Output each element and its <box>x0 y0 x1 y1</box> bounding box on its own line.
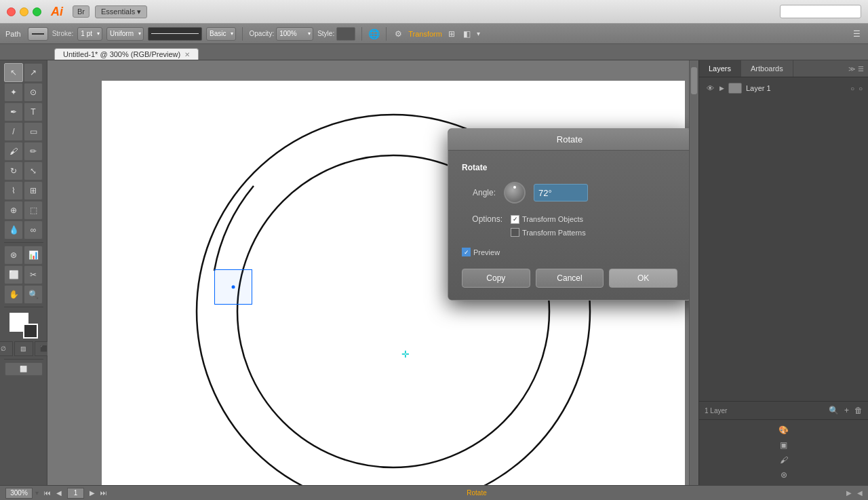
panel-collapse-icon[interactable]: ☰ <box>858 65 864 73</box>
pencil-tool[interactable]: ✏ <box>24 142 43 161</box>
transform-objects-option[interactable]: Transform Objects <box>511 215 583 224</box>
layer-item[interactable]: 👁 ▶ Layer 1 ○ ○ <box>699 80 868 96</box>
document-tab[interactable]: Untitled-1* @ 300% (RGB/Preview) ✕ <box>54 48 199 60</box>
layer-count: 1 Layer <box>705 407 727 415</box>
swatches-icon[interactable]: ▣ <box>780 440 787 450</box>
bridge-button[interactable]: Br <box>73 5 90 18</box>
panel-toggle-icon[interactable]: ☰ <box>851 28 863 39</box>
page-input[interactable] <box>67 488 84 499</box>
copy-button[interactable]: Copy <box>462 269 530 288</box>
traffic-lights <box>7 7 41 16</box>
layer-visibility-icon[interactable]: 👁 <box>705 84 715 92</box>
angle-input[interactable] <box>534 184 588 201</box>
status-bar: ▾ ⏮ ◀ ▶ ⏭ Rotate ▶ ◀ <box>0 485 868 500</box>
workspace-switcher[interactable]: Essentials ▾ <box>95 5 147 18</box>
vertical-scrollbar[interactable] <box>689 60 698 485</box>
opacity-dropdown[interactable]: 100% ▾ <box>276 27 313 41</box>
nav-arrows[interactable]: ◀ <box>857 489 863 497</box>
align-icon[interactable]: ⊞ <box>446 28 457 39</box>
color-guide-icon[interactable]: 🎨 <box>778 425 789 435</box>
screen-mode-btn[interactable]: ⬜ <box>5 362 43 376</box>
ok-button[interactable]: OK <box>609 269 677 288</box>
rotate-tool[interactable]: ↻ <box>4 161 23 180</box>
stroke-color-swatch[interactable] <box>23 324 38 339</box>
canvas-area[interactable]: ✛ Rotate Rotate Angle: Options: <box>47 60 698 500</box>
layers-tab[interactable]: Layers <box>699 60 741 77</box>
fill-stroke-pair[interactable] <box>9 313 38 339</box>
layer-expand-arrow[interactable]: ▶ <box>719 85 724 92</box>
transform-patterns-checkbox[interactable] <box>511 228 519 237</box>
globe-icon[interactable]: 🌐 <box>368 28 380 39</box>
first-page-btn[interactable]: ⏮ <box>44 489 51 497</box>
paintbrush-tool[interactable]: 🖌 <box>4 142 23 161</box>
rotate-dialog[interactable]: Rotate Rotate Angle: Options: Transform <box>448 128 692 301</box>
none-btn[interactable]: ∅ <box>0 341 13 356</box>
cancel-button[interactable]: Cancel <box>536 269 604 288</box>
checkbox-group-2: Transform Patterns <box>511 228 586 237</box>
more-icon[interactable]: ▾ <box>477 30 480 37</box>
perspective-tool[interactable]: ⬚ <box>24 201 43 220</box>
prev-page-btn[interactable]: ◀ <box>56 489 62 497</box>
tab-close-button[interactable]: ✕ <box>184 51 190 58</box>
direct-select-tool[interactable]: ↗ <box>24 63 43 82</box>
layer-lock-icon[interactable]: ○ <box>850 85 854 92</box>
artboard-tool[interactable]: ⬜ <box>4 265 23 284</box>
search-layers-icon[interactable]: 🔍 <box>829 406 839 415</box>
select-tool[interactable]: ↖ <box>4 63 23 82</box>
shape-builder-tool[interactable]: ⊕ <box>4 201 23 220</box>
next-page-btn[interactable]: ▶ <box>90 489 95 497</box>
rect-tool[interactable]: ▭ <box>24 122 43 141</box>
pen-tool[interactable]: ✒ <box>4 102 23 121</box>
blend-tool[interactable]: ∞ <box>24 220 43 239</box>
transform-button[interactable]: Transform <box>408 30 442 38</box>
column-graph-tool[interactable]: 📊 <box>24 246 43 265</box>
dialog-section: Rotate <box>462 163 677 172</box>
transform-objects-checkbox[interactable] <box>511 215 519 224</box>
brushes-icon[interactable]: 🖌 <box>780 455 788 465</box>
stroke-type-dropdown[interactable]: Uniform ▾ <box>106 27 144 41</box>
pathfinder-icon[interactable]: ◧ <box>461 28 473 39</box>
dialog-buttons: Copy Cancel OK <box>462 269 677 288</box>
stroke-color[interactable] <box>28 27 48 41</box>
hand-tool[interactable]: ✋ <box>4 285 23 304</box>
minimize-button[interactable] <box>20 7 28 16</box>
magic-wand-tool[interactable]: ✦ <box>4 83 23 102</box>
layer-name: Layer 1 <box>746 84 846 92</box>
title-bar: Ai Br Essentials ▾ <box>0 0 868 24</box>
artboards-tab[interactable]: Artboards <box>741 60 793 77</box>
symbol-tool[interactable]: ⊛ <box>4 246 23 265</box>
symbols-icon[interactable]: ⊛ <box>781 470 787 480</box>
eyedropper-tool[interactable]: 💧 <box>4 220 23 239</box>
last-page-btn[interactable]: ⏭ <box>100 489 107 497</box>
settings-icon[interactable]: ⚙ <box>393 28 404 39</box>
main-toolbar: Path Stroke: 1 pt ▾ Uniform ▾ Basic ▾ Op… <box>0 24 868 44</box>
stroke-value-dropdown[interactable]: 1 pt ▾ <box>77 27 102 41</box>
main-layout: ↖ ↗ ✦ ⊙ ✒ T / ▭ 🖌 ✏ ↻ ⤡ ⌇ ⊞ ⊕ ⬚ <box>0 60 868 500</box>
transform-patterns-label: Transform Patterns <box>522 229 586 237</box>
stroke-style-dropdown[interactable]: Basic ▾ <box>206 27 236 41</box>
text-tool[interactable]: T <box>24 102 43 121</box>
search-input[interactable] <box>780 5 861 18</box>
scrollbar-thumb[interactable] <box>691 67 697 94</box>
lasso-tool[interactable]: ⊙ <box>24 83 43 102</box>
add-layer-icon[interactable]: + <box>844 406 849 415</box>
zoom-input[interactable] <box>5 488 33 499</box>
preview-option[interactable]: Preview <box>462 248 500 256</box>
angle-dial[interactable] <box>504 182 526 204</box>
gradient-btn[interactable]: ▨ <box>14 341 33 356</box>
scale-tool[interactable]: ⤡ <box>24 161 43 180</box>
free-transform-tool[interactable]: ⊞ <box>24 181 43 200</box>
preview-checkbox[interactable] <box>462 248 471 256</box>
options-row: Options: Transform Objects <box>462 214 677 224</box>
zoom-tool[interactable]: 🔍 <box>24 285 43 304</box>
checkbox-group: Transform Objects <box>511 215 583 224</box>
maximize-button[interactable] <box>33 7 41 16</box>
slice-tool[interactable]: ✂ <box>24 265 43 284</box>
style-box[interactable] <box>336 27 355 41</box>
warp-tool[interactable]: ⌇ <box>4 181 23 200</box>
line-tool[interactable]: / <box>4 122 23 141</box>
close-button[interactable] <box>7 7 16 16</box>
panel-menu-icon[interactable]: ≫ <box>848 65 855 73</box>
transform-patterns-option[interactable]: Transform Patterns <box>511 228 586 237</box>
delete-layer-icon[interactable]: 🗑 <box>854 406 863 415</box>
